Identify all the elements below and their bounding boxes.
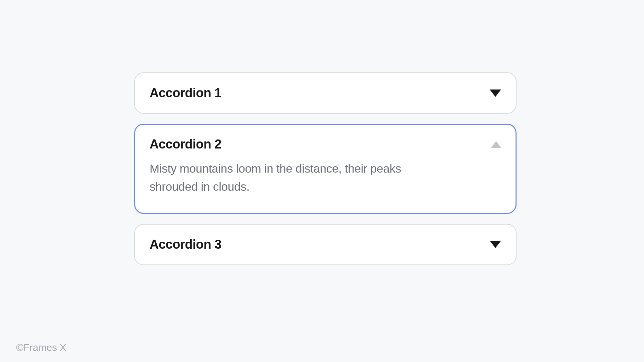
accordion-item-2: Accordion 2 Misty mountains loom in the …	[134, 124, 517, 214]
accordion-header-1[interactable]: Accordion 1	[150, 86, 501, 100]
accordion-title: Accordion 2	[150, 137, 221, 152]
footer-credit: ©Frames X	[16, 342, 66, 353]
accordion-container: Accordion 1 Accordion 2 Misty mountains …	[134, 72, 517, 265]
accordion-item-3: Accordion 3	[134, 224, 517, 265]
accordion-header-3[interactable]: Accordion 3	[150, 237, 501, 252]
accordion-title: Accordion 1	[150, 86, 221, 100]
accordion-item-1: Accordion 1	[134, 72, 517, 114]
accordion-header-2[interactable]: Accordion 2	[150, 137, 501, 152]
caret-down-icon	[490, 241, 501, 248]
caret-down-icon	[490, 89, 501, 97]
caret-up-icon	[491, 141, 501, 148]
accordion-title: Accordion 3	[150, 237, 221, 252]
accordion-content: Misty mountains loom in the distance, th…	[150, 160, 438, 196]
